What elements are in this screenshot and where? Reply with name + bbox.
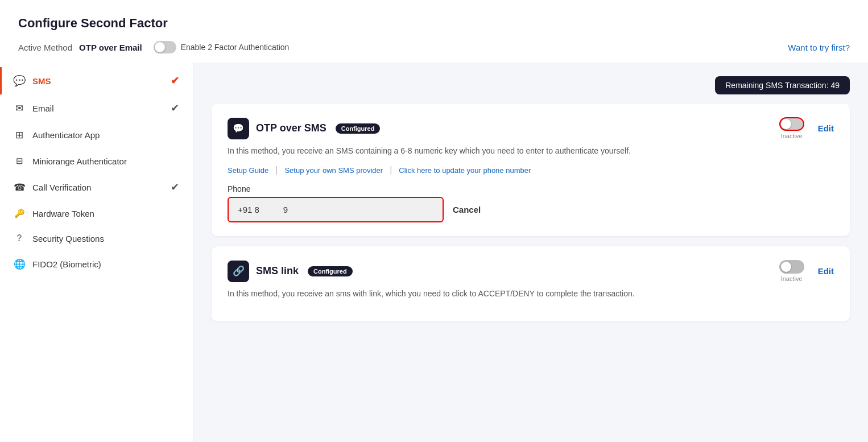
sidebar-item-authenticator-app[interactable]: ⊞ Authenticator App bbox=[0, 122, 193, 148]
active-method-bar: Active Method OTP over Email Enable 2 Fa… bbox=[18, 41, 850, 53]
chat-icon: 💬 bbox=[233, 123, 244, 134]
setup-own-sms-link[interactable]: Setup your own SMS provider bbox=[284, 166, 383, 175]
email-check-icon: ✔ bbox=[171, 102, 179, 114]
page-header: Configure Second Factor Active Method OT… bbox=[0, 0, 868, 63]
sidebar-item-label: Miniorange Authenticator bbox=[32, 156, 127, 166]
sidebar: 💬 SMS ✔ ✉ Email ✔ ⊞ Authenticator App ⊟ … bbox=[0, 63, 193, 442]
otp-sms-configured-badge: Configured bbox=[336, 123, 381, 134]
sms-transaction-badge-row: Remaining SMS Transaction: 49 bbox=[212, 76, 850, 94]
sms-link-toggle-area: Inactive bbox=[779, 260, 804, 282]
email-icon: ✉ bbox=[13, 102, 26, 114]
sep1: | bbox=[275, 165, 278, 175]
hardware-token-icon: 🔑 bbox=[13, 208, 26, 218]
call-check-icon: ✔ bbox=[171, 181, 179, 193]
fido2-icon: 🌐 bbox=[13, 258, 26, 270]
sms-check-icon: ✔ bbox=[171, 75, 179, 87]
setup-guide-link[interactable]: Setup Guide bbox=[228, 166, 268, 175]
otp-sms-inactive-label: Inactive bbox=[781, 133, 803, 139]
update-phone-link[interactable]: Click here to update your phone number bbox=[399, 166, 531, 175]
miniorange-icon: ⊟ bbox=[13, 156, 26, 166]
sms-link-title: SMS link bbox=[256, 265, 299, 277]
otp-sms-links: Setup Guide | Setup your own SMS provide… bbox=[228, 165, 834, 175]
active-method-value: OTP over Email bbox=[79, 43, 142, 52]
otp-sms-header: 💬 OTP over SMS Configured Inactive Edit bbox=[228, 117, 834, 139]
sidebar-item-label: Security Questions bbox=[32, 234, 104, 243]
sidebar-item-email[interactable]: ✉ Email ✔ bbox=[0, 94, 193, 122]
authenticator-app-icon: ⊞ bbox=[13, 129, 26, 141]
sidebar-item-miniorange[interactable]: ⊟ Miniorange Authenticator bbox=[0, 148, 193, 174]
phone-input[interactable] bbox=[228, 197, 444, 222]
page-title: Configure Second Factor bbox=[18, 16, 850, 31]
phone-input-row: Cancel bbox=[228, 197, 834, 222]
sidebar-item-hardware-token[interactable]: 🔑 Hardware Token bbox=[0, 201, 193, 226]
sms-transaction-badge: Remaining SMS Transaction: 49 bbox=[715, 76, 850, 94]
content-area: Remaining SMS Transaction: 49 💬 OTP over… bbox=[193, 63, 868, 442]
sidebar-item-label: Hardware Token bbox=[32, 209, 94, 218]
cancel-button[interactable]: Cancel bbox=[453, 205, 481, 214]
main-layout: 💬 SMS ✔ ✉ Email ✔ ⊞ Authenticator App ⊟ … bbox=[0, 63, 868, 442]
sidebar-item-fido2[interactable]: 🌐 FIDO2 (Biometric) bbox=[0, 251, 193, 278]
sidebar-item-label: Authenticator App bbox=[32, 130, 100, 140]
sidebar-item-label: FIDO2 (Biometric) bbox=[32, 259, 101, 269]
sidebar-item-call-verification[interactable]: ☎ Call Verification ✔ bbox=[0, 174, 193, 201]
phone-section: Phone Cancel bbox=[228, 184, 834, 222]
otp-sms-toggle[interactable] bbox=[779, 117, 804, 131]
want-to-try-link[interactable]: Want to try first? bbox=[788, 43, 850, 52]
enable-2fa-label: Enable 2 Factor Authentication bbox=[181, 43, 290, 52]
otp-sms-description: In this method, you receive an SMS conta… bbox=[228, 145, 834, 157]
sidebar-item-security-questions[interactable]: ? Security Questions bbox=[0, 226, 193, 251]
sep2: | bbox=[390, 165, 392, 175]
security-questions-icon: ? bbox=[13, 233, 26, 243]
sidebar-item-label: SMS bbox=[32, 76, 51, 86]
sms-link-description: In this method, you receive an sms with … bbox=[228, 288, 834, 300]
sms-link-card: 🔗 SMS link Configured Inactive Edit In t… bbox=[212, 246, 850, 321]
sms-link-configured-badge: Configured bbox=[308, 266, 353, 276]
otp-sms-toggle-area: Inactive bbox=[779, 117, 804, 139]
enable-2fa-toggle-container: Enable 2 Factor Authentication bbox=[154, 41, 290, 53]
sms-link-header: 🔗 SMS link Configured Inactive Edit bbox=[228, 260, 834, 282]
sidebar-item-label: Email bbox=[32, 104, 54, 113]
active-method-label: Active Method bbox=[18, 43, 72, 52]
sms-icon: 💬 bbox=[13, 75, 26, 87]
sms-link-method-icon: 🔗 bbox=[228, 261, 249, 282]
sidebar-item-label: Call Verification bbox=[32, 183, 91, 192]
enable-2fa-toggle[interactable] bbox=[154, 41, 176, 53]
otp-over-sms-card: 💬 OTP over SMS Configured Inactive Edit … bbox=[212, 104, 850, 236]
sidebar-item-sms[interactable]: 💬 SMS ✔ bbox=[0, 67, 193, 94]
otp-sms-title: OTP over SMS bbox=[256, 122, 326, 134]
sms-link-inactive-label: Inactive bbox=[781, 275, 803, 282]
otp-sms-edit-link[interactable]: Edit bbox=[818, 123, 834, 133]
phone-label: Phone bbox=[228, 184, 834, 193]
call-icon: ☎ bbox=[13, 181, 26, 193]
sms-link-toggle[interactable] bbox=[779, 260, 804, 274]
otp-sms-method-icon: 💬 bbox=[228, 118, 249, 139]
sms-link-edit-link[interactable]: Edit bbox=[818, 266, 834, 276]
link-icon: 🔗 bbox=[233, 265, 245, 277]
